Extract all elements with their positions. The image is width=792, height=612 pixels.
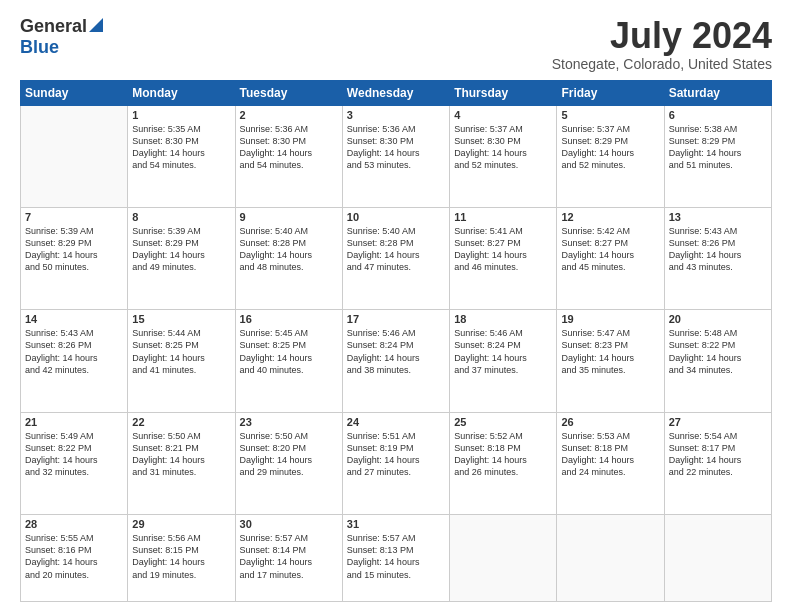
- day-number: 3: [347, 109, 445, 121]
- day-number: 20: [669, 313, 767, 325]
- calendar-cell: 23Sunrise: 5:50 AM Sunset: 8:20 PM Dayli…: [235, 412, 342, 514]
- calendar-cell: 15Sunrise: 5:44 AM Sunset: 8:25 PM Dayli…: [128, 310, 235, 412]
- day-number: 18: [454, 313, 552, 325]
- cell-info: Sunrise: 5:39 AM Sunset: 8:29 PM Dayligh…: [132, 225, 230, 274]
- day-number: 1: [132, 109, 230, 121]
- calendar-cell: 19Sunrise: 5:47 AM Sunset: 8:23 PM Dayli…: [557, 310, 664, 412]
- svg-marker-0: [89, 18, 103, 32]
- cell-info: Sunrise: 5:43 AM Sunset: 8:26 PM Dayligh…: [25, 327, 123, 376]
- cell-info: Sunrise: 5:46 AM Sunset: 8:24 PM Dayligh…: [454, 327, 552, 376]
- calendar-cell: 24Sunrise: 5:51 AM Sunset: 8:19 PM Dayli…: [342, 412, 449, 514]
- calendar-cell: 31Sunrise: 5:57 AM Sunset: 8:13 PM Dayli…: [342, 515, 449, 602]
- day-number: 15: [132, 313, 230, 325]
- calendar-cell: 5Sunrise: 5:37 AM Sunset: 8:29 PM Daylig…: [557, 105, 664, 207]
- day-number: 10: [347, 211, 445, 223]
- cell-info: Sunrise: 5:39 AM Sunset: 8:29 PM Dayligh…: [25, 225, 123, 274]
- day-number: 28: [25, 518, 123, 530]
- calendar-cell: 28Sunrise: 5:55 AM Sunset: 8:16 PM Dayli…: [21, 515, 128, 602]
- col-header-thursday: Thursday: [450, 80, 557, 105]
- day-number: 13: [669, 211, 767, 223]
- cell-info: Sunrise: 5:54 AM Sunset: 8:17 PM Dayligh…: [669, 430, 767, 479]
- day-number: 8: [132, 211, 230, 223]
- col-header-wednesday: Wednesday: [342, 80, 449, 105]
- day-number: 31: [347, 518, 445, 530]
- cell-info: Sunrise: 5:48 AM Sunset: 8:22 PM Dayligh…: [669, 327, 767, 376]
- day-number: 16: [240, 313, 338, 325]
- col-header-tuesday: Tuesday: [235, 80, 342, 105]
- col-header-friday: Friday: [557, 80, 664, 105]
- calendar-cell: [450, 515, 557, 602]
- calendar-cell: 29Sunrise: 5:56 AM Sunset: 8:15 PM Dayli…: [128, 515, 235, 602]
- cell-info: Sunrise: 5:56 AM Sunset: 8:15 PM Dayligh…: [132, 532, 230, 581]
- day-number: 26: [561, 416, 659, 428]
- cell-info: Sunrise: 5:53 AM Sunset: 8:18 PM Dayligh…: [561, 430, 659, 479]
- col-header-monday: Monday: [128, 80, 235, 105]
- calendar-cell: 2Sunrise: 5:36 AM Sunset: 8:30 PM Daylig…: [235, 105, 342, 207]
- calendar-cell: 13Sunrise: 5:43 AM Sunset: 8:26 PM Dayli…: [664, 207, 771, 309]
- day-number: 27: [669, 416, 767, 428]
- calendar-cell: 27Sunrise: 5:54 AM Sunset: 8:17 PM Dayli…: [664, 412, 771, 514]
- day-number: 14: [25, 313, 123, 325]
- calendar-cell: 21Sunrise: 5:49 AM Sunset: 8:22 PM Dayli…: [21, 412, 128, 514]
- day-number: 22: [132, 416, 230, 428]
- calendar-cell: 7Sunrise: 5:39 AM Sunset: 8:29 PM Daylig…: [21, 207, 128, 309]
- calendar-cell: 9Sunrise: 5:40 AM Sunset: 8:28 PM Daylig…: [235, 207, 342, 309]
- day-number: 19: [561, 313, 659, 325]
- calendar-cell: 11Sunrise: 5:41 AM Sunset: 8:27 PM Dayli…: [450, 207, 557, 309]
- cell-info: Sunrise: 5:40 AM Sunset: 8:28 PM Dayligh…: [347, 225, 445, 274]
- header: General Blue July 2024 Stonegate, Colora…: [20, 16, 772, 72]
- cell-info: Sunrise: 5:50 AM Sunset: 8:20 PM Dayligh…: [240, 430, 338, 479]
- cell-info: Sunrise: 5:44 AM Sunset: 8:25 PM Dayligh…: [132, 327, 230, 376]
- cell-info: Sunrise: 5:43 AM Sunset: 8:26 PM Dayligh…: [669, 225, 767, 274]
- day-number: 24: [347, 416, 445, 428]
- cell-info: Sunrise: 5:57 AM Sunset: 8:14 PM Dayligh…: [240, 532, 338, 581]
- cell-info: Sunrise: 5:51 AM Sunset: 8:19 PM Dayligh…: [347, 430, 445, 479]
- calendar-cell: [557, 515, 664, 602]
- cell-info: Sunrise: 5:35 AM Sunset: 8:30 PM Dayligh…: [132, 123, 230, 172]
- day-number: 29: [132, 518, 230, 530]
- calendar-cell: 22Sunrise: 5:50 AM Sunset: 8:21 PM Dayli…: [128, 412, 235, 514]
- calendar-cell: 8Sunrise: 5:39 AM Sunset: 8:29 PM Daylig…: [128, 207, 235, 309]
- cell-info: Sunrise: 5:47 AM Sunset: 8:23 PM Dayligh…: [561, 327, 659, 376]
- calendar-cell: 14Sunrise: 5:43 AM Sunset: 8:26 PM Dayli…: [21, 310, 128, 412]
- day-number: 7: [25, 211, 123, 223]
- cell-info: Sunrise: 5:46 AM Sunset: 8:24 PM Dayligh…: [347, 327, 445, 376]
- day-number: 23: [240, 416, 338, 428]
- calendar-cell: 12Sunrise: 5:42 AM Sunset: 8:27 PM Dayli…: [557, 207, 664, 309]
- day-number: 2: [240, 109, 338, 121]
- day-number: 6: [669, 109, 767, 121]
- calendar-title: July 2024: [552, 16, 772, 56]
- cell-info: Sunrise: 5:40 AM Sunset: 8:28 PM Dayligh…: [240, 225, 338, 274]
- col-header-sunday: Sunday: [21, 80, 128, 105]
- cell-info: Sunrise: 5:52 AM Sunset: 8:18 PM Dayligh…: [454, 430, 552, 479]
- cell-info: Sunrise: 5:36 AM Sunset: 8:30 PM Dayligh…: [347, 123, 445, 172]
- calendar-cell: 10Sunrise: 5:40 AM Sunset: 8:28 PM Dayli…: [342, 207, 449, 309]
- calendar-cell: [664, 515, 771, 602]
- col-header-saturday: Saturday: [664, 80, 771, 105]
- calendar-cell: 18Sunrise: 5:46 AM Sunset: 8:24 PM Dayli…: [450, 310, 557, 412]
- day-number: 30: [240, 518, 338, 530]
- cell-info: Sunrise: 5:41 AM Sunset: 8:27 PM Dayligh…: [454, 225, 552, 274]
- day-number: 5: [561, 109, 659, 121]
- calendar-cell: 6Sunrise: 5:38 AM Sunset: 8:29 PM Daylig…: [664, 105, 771, 207]
- day-number: 25: [454, 416, 552, 428]
- cell-info: Sunrise: 5:57 AM Sunset: 8:13 PM Dayligh…: [347, 532, 445, 581]
- calendar-cell: 26Sunrise: 5:53 AM Sunset: 8:18 PM Dayli…: [557, 412, 664, 514]
- day-number: 9: [240, 211, 338, 223]
- cell-info: Sunrise: 5:55 AM Sunset: 8:16 PM Dayligh…: [25, 532, 123, 581]
- cell-info: Sunrise: 5:36 AM Sunset: 8:30 PM Dayligh…: [240, 123, 338, 172]
- calendar-cell: 4Sunrise: 5:37 AM Sunset: 8:30 PM Daylig…: [450, 105, 557, 207]
- logo-general: General: [20, 16, 87, 37]
- cell-info: Sunrise: 5:45 AM Sunset: 8:25 PM Dayligh…: [240, 327, 338, 376]
- logo-blue: Blue: [20, 37, 59, 57]
- day-number: 17: [347, 313, 445, 325]
- cell-info: Sunrise: 5:37 AM Sunset: 8:29 PM Dayligh…: [561, 123, 659, 172]
- logo-arrow-icon: [89, 18, 103, 36]
- calendar-cell: 17Sunrise: 5:46 AM Sunset: 8:24 PM Dayli…: [342, 310, 449, 412]
- calendar-location: Stonegate, Colorado, United States: [552, 56, 772, 72]
- calendar-table: SundayMondayTuesdayWednesdayThursdayFrid…: [20, 80, 772, 602]
- day-number: 12: [561, 211, 659, 223]
- calendar-cell: 20Sunrise: 5:48 AM Sunset: 8:22 PM Dayli…: [664, 310, 771, 412]
- cell-info: Sunrise: 5:37 AM Sunset: 8:30 PM Dayligh…: [454, 123, 552, 172]
- page: General Blue July 2024 Stonegate, Colora…: [0, 0, 792, 612]
